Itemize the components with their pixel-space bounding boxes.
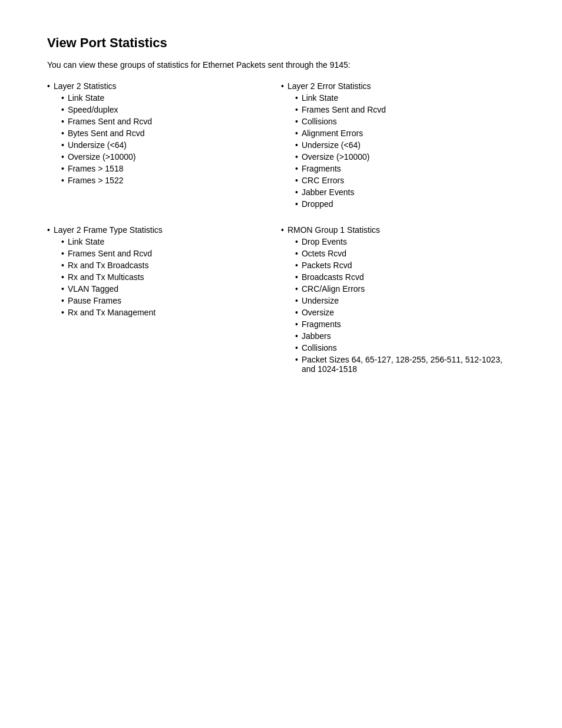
list-item: •Link State bbox=[61, 237, 281, 246]
list-item: •Collisions bbox=[295, 117, 515, 126]
col-layer2-frame-stats: • Layer 2 Frame Type Statistics •Link St… bbox=[47, 225, 281, 378]
list-item: •Bytes Sent and Rcvd bbox=[61, 129, 281, 138]
list-item: •Rx and Tx Broadcasts bbox=[61, 261, 281, 270]
nested-list: •Link State •Speed/duplex •Frames Sent a… bbox=[47, 93, 281, 185]
list-item: • Layer 2 Statistics •Link State •Speed/… bbox=[47, 81, 281, 185]
bullet-icon: • bbox=[295, 187, 298, 197]
category-heading: Layer 2 Statistics bbox=[54, 81, 117, 91]
col-layer2-error-stats: • Layer 2 Error Statistics •Link State •… bbox=[281, 81, 515, 213]
list-item: •Alignment Errors bbox=[295, 129, 515, 138]
bullet-icon: • bbox=[295, 105, 298, 114]
bullet-icon: • bbox=[61, 296, 64, 305]
bullet-icon: • bbox=[61, 140, 64, 150]
bullet-icon: • bbox=[295, 355, 298, 364]
bullet-icon: • bbox=[61, 93, 64, 103]
intro-text: You can view these groups of statistics … bbox=[47, 60, 515, 70]
bullet-icon: • bbox=[295, 117, 298, 126]
bullet-icon: • bbox=[295, 272, 298, 282]
list-item: •CRC/Align Errors bbox=[295, 284, 515, 294]
bullet-icon: • bbox=[295, 164, 298, 173]
list-item: •Oversize bbox=[295, 308, 515, 317]
bullet-icon: • bbox=[47, 81, 50, 91]
category-heading: RMON Group 1 Statistics bbox=[287, 225, 380, 235]
list-item: •Rx and Tx Multicasts bbox=[61, 272, 281, 282]
bullet-icon: • bbox=[295, 308, 298, 317]
bullet-icon: • bbox=[61, 129, 64, 138]
list-item: •Fragments bbox=[295, 319, 515, 329]
bullet-icon: • bbox=[281, 225, 284, 235]
bullet-icon: • bbox=[295, 319, 298, 329]
bullet-icon: • bbox=[295, 199, 298, 209]
category-heading: Layer 2 Error Statistics bbox=[287, 81, 371, 91]
bullet-icon: • bbox=[295, 296, 298, 305]
list-item: •Frames Sent and Rcvd bbox=[61, 117, 281, 126]
bullet-icon: • bbox=[61, 117, 64, 126]
bullet-icon: • bbox=[281, 81, 284, 91]
list-item: • Layer 2 Error Statistics •Link State •… bbox=[281, 81, 515, 209]
list-item: •Undersize bbox=[295, 296, 515, 305]
bullet-icon: • bbox=[61, 249, 64, 258]
page-title: View Port Statistics bbox=[47, 35, 515, 51]
list-item: •Speed/duplex bbox=[61, 105, 281, 114]
list-item: •Undersize (<64) bbox=[295, 140, 515, 150]
list-item: •Collisions bbox=[295, 343, 515, 353]
list-item: •Drop Events bbox=[295, 237, 515, 246]
col-layer2-stats: • Layer 2 Statistics •Link State •Speed/… bbox=[47, 81, 281, 213]
nested-list: •Link State •Frames Sent and Rcvd •Colli… bbox=[281, 93, 515, 209]
category-heading: Layer 2 Frame Type Statistics bbox=[54, 225, 163, 235]
bullet-icon: • bbox=[61, 284, 64, 294]
list-item: • Layer 2 Frame Type Statistics •Link St… bbox=[47, 225, 281, 317]
bullet-icon: • bbox=[295, 249, 298, 258]
list-item: •Link State bbox=[61, 93, 281, 103]
list-item: •Jabber Events bbox=[295, 187, 515, 197]
list-item: • RMON Group 1 Statistics •Drop Events •… bbox=[281, 225, 515, 374]
bullet-icon: • bbox=[295, 129, 298, 138]
bullet-icon: • bbox=[295, 152, 298, 162]
bullet-icon: • bbox=[61, 164, 64, 173]
bullet-icon: • bbox=[295, 237, 298, 246]
columns-row2: • Layer 2 Frame Type Statistics •Link St… bbox=[47, 225, 515, 378]
bullet-icon: • bbox=[295, 261, 298, 270]
bullet-icon: • bbox=[295, 284, 298, 294]
col-rmon-stats: • RMON Group 1 Statistics •Drop Events •… bbox=[281, 225, 515, 378]
list-item: •Frames Sent and Rcvd bbox=[61, 249, 281, 258]
list-item: •Broadcasts Rcvd bbox=[295, 272, 515, 282]
list-item: •Oversize (>10000) bbox=[295, 152, 515, 162]
bullet-icon: • bbox=[61, 152, 64, 162]
list-item: •Jabbers bbox=[295, 331, 515, 341]
bullet-icon: • bbox=[61, 261, 64, 270]
list-item: •CRC Errors bbox=[295, 176, 515, 185]
bullet-icon: • bbox=[295, 176, 298, 185]
list-item: •Packet Sizes 64, 65-127, 128-255, 256-5… bbox=[295, 355, 515, 374]
list-item: •Link State bbox=[295, 93, 515, 103]
bullet-icon: • bbox=[47, 225, 50, 235]
bullet-icon: • bbox=[295, 331, 298, 341]
list-item: •Fragments bbox=[295, 164, 515, 173]
bullet-icon: • bbox=[61, 272, 64, 282]
bullet-icon: • bbox=[61, 237, 64, 246]
nested-list: •Link State •Frames Sent and Rcvd •Rx an… bbox=[47, 237, 281, 317]
list-item: •VLAN Tagged bbox=[61, 284, 281, 294]
list-item: •Frames > 1522 bbox=[61, 176, 281, 185]
columns-row1: • Layer 2 Statistics •Link State •Speed/… bbox=[47, 81, 515, 213]
list-item: •Rx and Tx Management bbox=[61, 308, 281, 317]
list-item: •Frames > 1518 bbox=[61, 164, 281, 173]
bullet-icon: • bbox=[61, 176, 64, 185]
bullet-icon: • bbox=[61, 308, 64, 317]
list-item: •Oversize (>10000) bbox=[61, 152, 281, 162]
bullet-icon: • bbox=[295, 93, 298, 103]
list-item: •Undersize (<64) bbox=[61, 140, 281, 150]
list-item: •Dropped bbox=[295, 199, 515, 209]
bullet-icon: • bbox=[295, 140, 298, 150]
list-item: •Frames Sent and Rcvd bbox=[295, 105, 515, 114]
nested-list: •Drop Events •Octets Rcvd •Packets Rcvd … bbox=[281, 237, 515, 374]
bullet-icon: • bbox=[295, 343, 298, 353]
bullet-icon: • bbox=[61, 105, 64, 114]
list-item: •Packets Rcvd bbox=[295, 261, 515, 270]
list-item: •Pause Frames bbox=[61, 296, 281, 305]
list-item: •Octets Rcvd bbox=[295, 249, 515, 258]
